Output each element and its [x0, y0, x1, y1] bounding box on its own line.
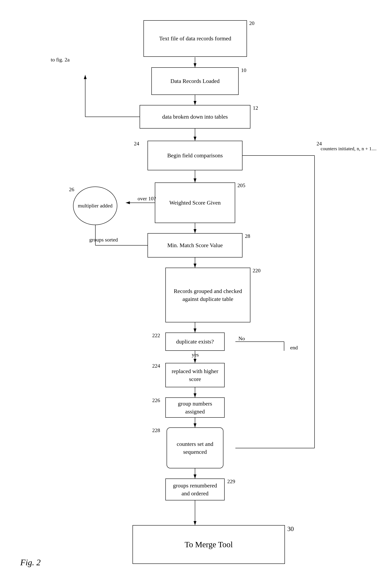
node-begin-field: Begin field comparisons: [147, 141, 243, 170]
node-replaced-higher: replaced with higher score: [165, 363, 225, 387]
label-end: end: [290, 345, 298, 351]
node-weighted-score: Weighted Score Given: [155, 182, 235, 223]
node-records-grouped: Records grouped and checked against dupl…: [165, 268, 250, 322]
ref-220: 220: [253, 268, 261, 274]
ref-229: 229: [227, 478, 235, 485]
label-yes: yes: [192, 352, 199, 358]
node-duplicate-exists-label: duplicate exists?: [176, 337, 214, 345]
label-over-10: over 10?: [138, 196, 156, 202]
node-groups-renumbered-label: groups renumbered and ordered: [169, 482, 221, 497]
ref-205: 205: [238, 182, 245, 189]
node-group-numbers: group numbers assigned: [165, 397, 225, 418]
node-text-file: Text file of data records formed: [144, 20, 247, 57]
node-min-match: Min. Match Score Value: [147, 233, 243, 257]
node-replaced-higher-label: replaced with higher score: [169, 367, 221, 383]
label-to-fig-2a: to fig. 2a: [51, 57, 70, 63]
node-min-match-label: Min. Match Score Value: [167, 241, 223, 249]
node-counters-set: counters set and sequenced: [167, 427, 223, 468]
ref-222: 222: [152, 333, 160, 338]
node-records-grouped-label: Records grouped and checked against dupl…: [169, 287, 247, 303]
node-to-merge-label: To Merge Tool: [185, 539, 233, 550]
node-text-file-label: Text file of data records formed: [159, 35, 231, 42]
node-begin-field-label: Begin field comparisons: [167, 151, 223, 159]
ref-24-left: 24: [134, 141, 139, 147]
node-to-merge: To Merge Tool: [133, 525, 285, 564]
node-data-broken: data broken down into tables: [140, 105, 250, 128]
ref-224: 224: [152, 363, 160, 369]
ref-28: 28: [245, 233, 250, 239]
ref-26: 26: [69, 187, 74, 193]
ref-228: 228: [152, 427, 160, 433]
node-group-numbers-label: group numbers assigned: [169, 400, 221, 416]
label-groups-sorted: groups sorted: [89, 237, 118, 243]
fig-label: Fig. 2: [20, 558, 41, 567]
node-groups-renumbered: groups renumbered and ordered: [165, 478, 225, 501]
node-data-records: Data Records Loaded: [151, 67, 239, 95]
ref-226: 226: [152, 397, 160, 404]
node-weighted-score-label: Weighted Score Given: [169, 199, 221, 207]
ref-20: 20: [249, 20, 254, 26]
node-duplicate-exists: duplicate exists?: [165, 333, 225, 351]
node-data-broken-label: data broken down into tables: [162, 113, 228, 121]
ref-30: 30: [287, 525, 294, 533]
node-multiplier: multiplier added: [73, 187, 117, 225]
node-multiplier-label: multiplier added: [78, 202, 112, 209]
node-counters-set-label: counters set and sequenced: [170, 440, 220, 456]
ref-12: 12: [253, 105, 258, 111]
diagram-container: Text file of data records formed 20 Data…: [0, 0, 390, 588]
counters-initiated: counters initiated, n, n + 1....: [321, 146, 376, 151]
ref-10: 10: [241, 67, 246, 73]
node-data-records-label: Data Records Loaded: [170, 77, 220, 85]
label-no: No: [239, 336, 245, 342]
